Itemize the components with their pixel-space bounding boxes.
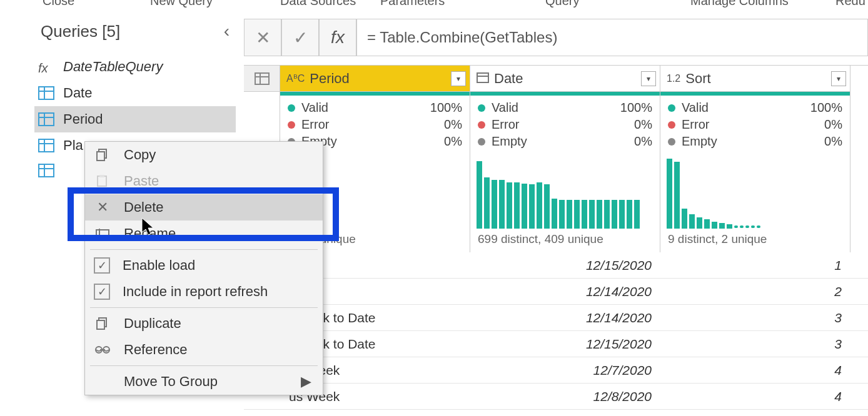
- ribbon-manage-columns[interactable]: Manage Columns: [690, 0, 789, 8]
- stat-valid-label: Valid: [301, 101, 328, 115]
- ctx-duplicate[interactable]: Duplicate: [85, 310, 323, 337]
- query-item-date[interactable]: Date: [34, 80, 236, 106]
- table-icon: [38, 86, 54, 100]
- table-row[interactable]: 12/15/20201: [244, 252, 868, 279]
- table-row[interactable]: t Week to Date12/14/20203: [244, 305, 868, 331]
- table-row[interactable]: day12/14/20202: [244, 279, 868, 305]
- column-name: Date: [494, 71, 641, 87]
- paste-icon: [94, 174, 111, 189]
- close-icon: ✕: [94, 200, 111, 215]
- blank-icon: [94, 374, 111, 389]
- separator: [90, 307, 318, 308]
- column-header-date[interactable]: Date ▾: [470, 66, 660, 92]
- table-row[interactable]: us Week12/8/20204: [244, 384, 868, 410]
- ribbon-data-sources[interactable]: Data Sources: [280, 0, 356, 8]
- cell: 3: [660, 337, 850, 352]
- stat-empty-label: Empty: [682, 134, 717, 149]
- header-row: AᴮC Period ▾ Date ▾ 1.2 Sort ▾: [244, 66, 868, 92]
- table-icon: [38, 164, 54, 177]
- stat-valid-label: Valid: [682, 101, 709, 115]
- table-icon: [38, 139, 54, 152]
- collapse-icon[interactable]: ‹: [224, 21, 230, 41]
- separator: [90, 365, 318, 366]
- formula-input[interactable]: = Table.Combine(GetTables): [356, 19, 868, 56]
- stat-valid-value: 100%: [620, 101, 652, 115]
- stat-empty-value: 0%: [824, 134, 842, 149]
- cell: 12/14/2020: [470, 284, 660, 299]
- svg-rect-3: [477, 73, 488, 82]
- ribbon-close[interactable]: Close: [43, 0, 74, 8]
- query-item-period[interactable]: Period: [34, 106, 236, 132]
- ctx-label: Copy: [124, 147, 156, 163]
- fx-icon: [38, 60, 54, 74]
- data-body: 12/15/20201 day12/14/20202 t Week to Dat…: [244, 252, 868, 410]
- ctx-label: Include in report refresh: [123, 284, 268, 300]
- queries-title: Queries [5]: [41, 22, 120, 41]
- checkbox-checked-icon: ✓: [94, 257, 110, 274]
- svg-rect-12: [97, 320, 104, 329]
- table-select-icon: [255, 72, 270, 85]
- ribbon: Close New Query Data Sources Parameters …: [0, 0, 868, 6]
- svg-rect-8: [99, 175, 104, 177]
- table-row[interactable]: t Week to Date12/15/20203: [244, 331, 868, 357]
- ctx-include-refresh[interactable]: ✓ Include in report refresh: [85, 279, 323, 305]
- svg-rect-6: [97, 152, 104, 161]
- stat-valid-label: Valid: [492, 101, 518, 115]
- column-header-sort[interactable]: 1.2 Sort ▾: [660, 66, 850, 92]
- submenu-arrow-icon: ▶: [301, 374, 311, 390]
- ribbon-parameters[interactable]: Parameters: [380, 0, 445, 8]
- ctx-delete[interactable]: ✕ Delete: [85, 194, 323, 220]
- stat-error-label: Error: [682, 117, 709, 132]
- stat-error-value: 0%: [824, 117, 842, 132]
- ctx-copy[interactable]: Copy: [85, 142, 323, 168]
- query-item-datetablequery[interactable]: DateTableQuery: [34, 54, 236, 80]
- cell: 1: [660, 258, 850, 273]
- svg-rect-7: [98, 176, 106, 186]
- ctx-reference[interactable]: Reference: [85, 337, 323, 363]
- checkbox-checked-icon: ✓: [94, 284, 110, 300]
- ribbon-new-query[interactable]: New Query: [150, 0, 213, 8]
- rename-icon: [94, 226, 111, 241]
- accept-formula-button[interactable]: ✓: [281, 19, 319, 56]
- column-name: Period: [310, 71, 451, 87]
- type-text-icon: AᴮC: [286, 72, 305, 84]
- ctx-label: Delete: [124, 199, 164, 215]
- query-label: Date: [63, 85, 92, 101]
- stat-error-value: 0%: [444, 117, 462, 132]
- stat-error-value: 0%: [634, 117, 652, 132]
- query-label: DateTableQuery: [63, 59, 163, 75]
- ctx-label: Reference: [124, 342, 188, 358]
- query-label: Pla: [63, 137, 83, 154]
- fx-button[interactable]: fx: [319, 19, 356, 56]
- ribbon-query[interactable]: Query: [545, 0, 579, 8]
- table-icon: [38, 112, 54, 126]
- cell: 12/14/2020: [470, 310, 660, 325]
- cell: 4: [660, 389, 850, 404]
- table-row[interactable]: us Week12/7/20204: [244, 357, 868, 384]
- ctx-label: Rename: [124, 225, 176, 242]
- ctx-enable-load[interactable]: ✓ Enable load: [85, 252, 323, 279]
- query-label: Period: [63, 111, 103, 127]
- ctx-rename[interactable]: Rename: [85, 220, 323, 247]
- stat-empty-label: Empty: [492, 134, 527, 149]
- cell: 12/7/2020: [470, 363, 660, 378]
- ctx-move-to-group[interactable]: Move To Group ▶: [85, 369, 323, 395]
- ctx-label: Paste: [124, 173, 159, 189]
- column-stats: Valid100% Error0% Empty0%: [470, 96, 660, 154]
- ctx-label: Move To Group: [124, 374, 218, 390]
- stat-empty-value: 0%: [444, 134, 462, 149]
- stat-valid-value: 100%: [430, 101, 462, 115]
- stat-error-label: Error: [492, 117, 519, 132]
- cell: 2: [660, 284, 850, 299]
- filter-dropdown-icon[interactable]: ▾: [451, 71, 466, 86]
- filter-dropdown-icon[interactable]: ▾: [831, 71, 846, 86]
- cancel-formula-button[interactable]: ✕: [244, 19, 281, 56]
- select-all-column[interactable]: [244, 66, 280, 92]
- distinct-label: 9 distinct, 2 unique: [660, 229, 850, 252]
- ribbon-reduce[interactable]: Redu: [835, 0, 865, 8]
- column-header-period[interactable]: AᴮC Period ▾: [280, 66, 470, 92]
- cell: 4: [660, 363, 850, 378]
- filter-dropdown-icon[interactable]: ▾: [641, 71, 656, 86]
- column-date: Date ▾: [470, 66, 660, 92]
- stat-empty-value: 0%: [634, 134, 652, 149]
